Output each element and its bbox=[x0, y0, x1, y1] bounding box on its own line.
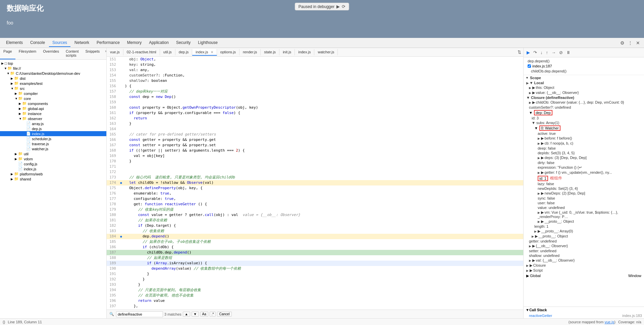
deps-item[interactable]: ▶ deps: (3) [Dep, Dep, Dep] bbox=[524, 155, 644, 160]
index-187-checkbox[interactable] bbox=[528, 64, 531, 68]
step-into-button[interactable]: ↓ bbox=[539, 49, 544, 56]
tree-item-scheduler[interactable]: 📄 scheduler.js bbox=[0, 136, 106, 141]
status-format-icon[interactable]: {} bbox=[3, 320, 5, 324]
sources-tab[interactable]: Sources bbox=[49, 39, 70, 47]
tree-item-global-api[interactable]: ▶ 📁 global-api bbox=[0, 106, 106, 111]
tree-item-config[interactable]: 📄 config.js bbox=[0, 161, 106, 166]
tree-item-components[interactable]: ▶ 📁 components bbox=[0, 101, 106, 106]
search-prev-button[interactable]: ▲ bbox=[183, 312, 190, 317]
toggle-panel-icon[interactable]: ⇅ bbox=[516, 49, 523, 55]
step-button[interactable]: → bbox=[550, 49, 557, 56]
resume-button[interactable]: ▶ bbox=[336, 4, 340, 9]
memory-tab[interactable]: Memory bbox=[124, 39, 145, 47]
application-tab[interactable]: Application bbox=[146, 39, 172, 47]
filetab-index[interactable]: index.js ✕ bbox=[192, 49, 217, 56]
before-item[interactable]: ▶ before: f before() bbox=[524, 136, 644, 141]
search-next-button[interactable]: ▼ bbox=[192, 312, 199, 317]
tree-item-index2[interactable]: 📄 index.js bbox=[0, 166, 106, 171]
pause-on-exceptions-button[interactable]: ⏸ bbox=[565, 49, 572, 56]
tab-content-scripts[interactable]: Content scripts bbox=[62, 48, 82, 59]
val-item[interactable]: ▶ val: {__ob__: Observer} bbox=[524, 258, 644, 263]
deactivate-button[interactable]: ⊘ bbox=[558, 49, 564, 56]
scope-header[interactable]: ▼ Scope bbox=[524, 75, 644, 80]
code-view[interactable]: 151 obj: Object, 152 key: string, 153 va… bbox=[107, 57, 523, 310]
tree-item-dep[interactable]: 📄 dep.js bbox=[0, 126, 106, 131]
this-item[interactable]: ▶ this: Object bbox=[524, 85, 644, 90]
tree-item-observer[interactable]: ▼ 📁 observer bbox=[0, 116, 106, 121]
ob-item[interactable]: ▶ {__ob__: Observer} bbox=[524, 243, 644, 249]
tree-item-shared[interactable]: ▶ 📁 shared bbox=[0, 176, 106, 181]
tree-item-examples[interactable]: ▶ 📁 examples/test bbox=[0, 81, 106, 86]
tree-item-dist[interactable]: ▶ 📁 dist bbox=[0, 76, 106, 81]
more-tabs-button[interactable]: » bbox=[103, 48, 107, 59]
closure2-item[interactable]: ▶ Closure bbox=[524, 263, 644, 268]
value-item[interactable]: ▶ value: {__ob__: Observer} bbox=[524, 90, 644, 95]
network-tab[interactable]: Network bbox=[71, 39, 93, 47]
local-section[interactable]: ▼ Local bbox=[524, 80, 644, 85]
closure-label[interactable]: ▼ Closure (defineReactive) bbox=[524, 95, 644, 100]
script-item[interactable]: ▶ Script bbox=[524, 268, 644, 273]
proto3-item[interactable]: ▶ __proto__: Object bbox=[524, 234, 644, 239]
tab-filesystem[interactable]: Filesystem bbox=[15, 48, 40, 59]
call-stack-header[interactable]: ▼ Call Stack bbox=[524, 307, 644, 313]
tree-item-vue-dev[interactable]: ▼ 📁 C:/Users/danke/Desktop/demo/vue-dev bbox=[0, 71, 106, 76]
dep-dep-row[interactable]: ▼ dep: Dep bbox=[524, 110, 644, 116]
vm-item[interactable]: ▶ vm: Vue {_uid: 0, _isVue: true, $optio… bbox=[524, 210, 644, 219]
getter-item[interactable]: ▶ getter: f () vm._update(vm._render(), … bbox=[524, 170, 644, 175]
console-tab[interactable]: Console bbox=[27, 39, 48, 47]
more-icon[interactable]: ⋮ bbox=[627, 39, 634, 47]
cancel-search-button[interactable]: Cancel bbox=[217, 312, 231, 317]
global-row[interactable]: ▶ Global Window bbox=[524, 273, 644, 279]
search-input[interactable] bbox=[116, 311, 163, 317]
tab-overrides[interactable]: Overrides bbox=[40, 48, 62, 59]
close-tab-icon[interactable]: ✕ bbox=[211, 50, 213, 54]
tree-item-platforms[interactable]: ▶ 📁 platforms/web bbox=[0, 171, 106, 176]
dep-depend-item[interactable]: dep.depend() bbox=[526, 59, 642, 63]
tree-item-watcher[interactable]: 📄 watcher.js bbox=[0, 146, 106, 151]
settings-icon[interactable]: ⚙ bbox=[619, 39, 626, 47]
tab-snippets[interactable]: Snippets bbox=[82, 48, 103, 59]
filetab-init[interactable]: init.js bbox=[279, 49, 295, 56]
childob-item[interactable]: ▶ childOb: Observer {value: {…}, dep: De… bbox=[524, 100, 644, 105]
tree-item-index-selected[interactable]: 📄 index.js bbox=[0, 131, 106, 136]
filetab-state[interactable]: state.js bbox=[261, 49, 279, 56]
filetab-index2[interactable]: index.js bbox=[295, 49, 314, 56]
tree-item-top[interactable]: ▶ □ top bbox=[0, 61, 106, 66]
tree-item-instance[interactable]: ▶ 📁 instance bbox=[0, 111, 106, 116]
tree-item-util[interactable]: ▶ 📁 util bbox=[0, 151, 106, 156]
filetab-util[interactable]: util.js bbox=[160, 49, 175, 56]
tree-item-core[interactable]: ▼ 📁 core bbox=[0, 96, 106, 101]
filetab-render[interactable]: render.js bbox=[239, 49, 261, 56]
childob-dep-item[interactable]: childOb.dep.depend() bbox=[526, 69, 642, 73]
filetab-options[interactable]: options.js bbox=[217, 49, 239, 56]
proto-item[interactable]: ▶ __proto__: Object bbox=[524, 219, 644, 224]
proto2-item[interactable]: ▶ __proto__: Array(0) bbox=[524, 229, 644, 234]
newdeps-item[interactable]: ▶ newDeps: (2) [Dep, Dep] bbox=[524, 191, 644, 196]
tree-item-array[interactable]: 📄 array.js bbox=[0, 121, 106, 126]
source-link[interactable]: vue.js bbox=[604, 320, 614, 324]
tree-item-file[interactable]: ▼ 📁 file:// bbox=[0, 66, 106, 71]
tree-item-vdom[interactable]: ▶ 📁 vdom bbox=[0, 156, 106, 161]
step-out-button[interactable]: ↑ bbox=[545, 49, 549, 56]
cb-item[interactable]: ▶ cb: f noop(a, b, c) bbox=[524, 141, 644, 146]
filetab-watcher[interactable]: watcher.js bbox=[314, 49, 338, 56]
match-case-button[interactable]: Aa bbox=[200, 312, 208, 317]
watcher-row[interactable]: ▼ 0: Watcher bbox=[524, 125, 644, 131]
tree-item-compiler[interactable]: ▶ 📁 compiler bbox=[0, 91, 106, 96]
tab-page[interactable]: Page bbox=[0, 48, 15, 59]
tree-item-src[interactable]: ▼ 📁 src bbox=[0, 86, 106, 91]
close-devtools-icon[interactable]: ✕ bbox=[635, 39, 641, 47]
performance-tab[interactable]: Performance bbox=[93, 39, 123, 47]
lighthouse-tab[interactable]: Lighthouse bbox=[195, 39, 221, 47]
regex-button[interactable]: .* bbox=[210, 312, 216, 317]
step-over-button[interactable]: ⟳ bbox=[342, 4, 345, 9]
step-over-button[interactable]: ↷ bbox=[532, 49, 538, 56]
index-187-item[interactable]: index.js:187 bbox=[526, 63, 642, 69]
filetab-vue[interactable]: vue.js bbox=[107, 49, 123, 56]
tree-item-traverse[interactable]: 📄 traverse.js bbox=[0, 141, 106, 146]
security-tab[interactable]: Security bbox=[173, 39, 194, 47]
cs-item-reactive-getter[interactable]: reactiveGetter index.js:183 bbox=[524, 313, 644, 318]
filetab-dep[interactable]: dep.js bbox=[175, 49, 192, 56]
resume-exec-button[interactable]: ▶ bbox=[526, 49, 531, 56]
elements-tab[interactable]: Elements bbox=[3, 39, 26, 47]
